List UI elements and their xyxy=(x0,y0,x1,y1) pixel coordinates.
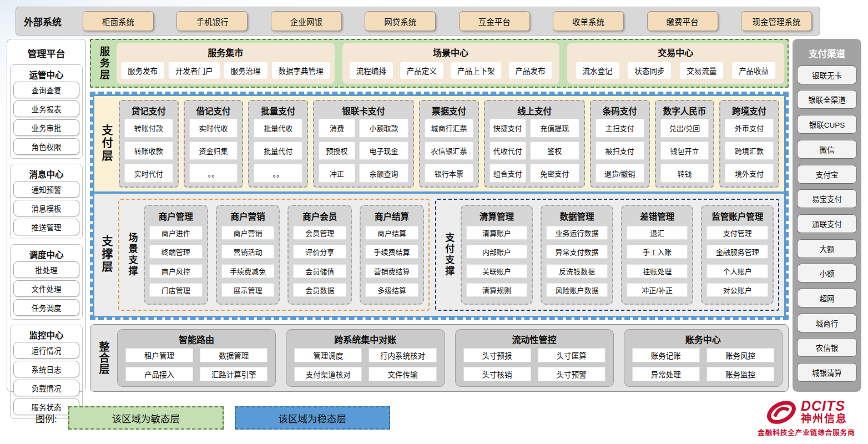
integration-item-button[interactable]: 账务记账 xyxy=(632,348,700,362)
service-item-button[interactable]: 产品上下架 xyxy=(451,62,502,79)
support-item-button[interactable]: 展示管理 xyxy=(221,283,275,297)
support-item-button[interactable]: 会员管理 xyxy=(293,226,346,240)
integration-item-button[interactable]: 支付渠道核对 xyxy=(294,367,362,381)
payment-item-button[interactable]: 余额查询 xyxy=(359,164,408,183)
support-item-button[interactable]: 业务运行数据 xyxy=(546,226,608,240)
management-item-button[interactable]: 运行情况 xyxy=(13,342,79,359)
payment-channel-button[interactable]: 银联全渠道 xyxy=(797,90,857,109)
service-item-button[interactable]: 数据字典管理 xyxy=(272,62,330,79)
payment-item-button[interactable]: 转账付款 xyxy=(124,119,173,138)
management-item-button[interactable]: 文件处理 xyxy=(13,280,79,297)
payment-item-button[interactable]: 冲正 xyxy=(319,164,355,183)
payment-channel-button[interactable]: 银联无卡 xyxy=(797,65,857,84)
management-item-button[interactable]: 批处理 xyxy=(13,261,79,278)
service-item-button[interactable]: 开发者门户 xyxy=(169,62,220,79)
payment-item-button[interactable]: 跨境汇款 xyxy=(725,142,774,160)
management-item-button[interactable]: 系统日志 xyxy=(13,361,79,377)
payment-item-button[interactable]: 主扫支付 xyxy=(596,119,644,138)
payment-item-button[interactable]: 农信银汇票 xyxy=(425,142,473,160)
integration-item-button[interactable]: 汇路计算引擎 xyxy=(200,367,268,381)
service-item-button[interactable]: 产品发布 xyxy=(509,62,552,79)
support-item-button[interactable]: 商户结算 xyxy=(365,226,418,240)
payment-channel-button[interactable]: 银联CUPS xyxy=(797,115,857,134)
support-item-button[interactable]: 清算规则 xyxy=(466,283,528,297)
management-item-button[interactable]: 消息模板 xyxy=(13,200,79,216)
service-item-button[interactable]: 流程编排 xyxy=(350,62,393,79)
payment-channel-button[interactable]: 大额 xyxy=(797,239,857,258)
service-item-button[interactable]: 产品定义 xyxy=(400,62,443,79)
integration-item-button[interactable]: 头寸匡算 xyxy=(538,348,605,362)
payment-item-button[interactable]: 退货/撤销 xyxy=(596,164,644,183)
service-item-button[interactable]: 交易流量 xyxy=(680,62,723,79)
payment-item-button[interactable]: 组合支付 xyxy=(489,164,526,183)
support-item-button[interactable]: 评价分享 xyxy=(293,245,346,259)
support-item-button[interactable]: 冲正/补正 xyxy=(627,283,688,297)
support-item-button[interactable]: 商户进件 xyxy=(149,226,203,240)
external-system-button[interactable]: 手机银行 xyxy=(176,11,248,31)
payment-item-button[interactable]: 银行本票 xyxy=(425,164,473,183)
support-item-button[interactable]: 风险账户数据 xyxy=(546,283,608,297)
integration-item-button[interactable]: 异常处理 xyxy=(632,367,700,381)
payment-channel-button[interactable]: 支付宝 xyxy=(797,165,857,184)
payment-item-button[interactable]: 转账收款 xyxy=(124,142,173,160)
support-item-button[interactable]: 手续费结算 xyxy=(365,245,418,259)
payment-channel-button[interactable]: 小额 xyxy=(797,264,857,282)
support-item-button[interactable]: 营销费结算 xyxy=(365,264,418,278)
integration-item-button[interactable]: 头寸核销 xyxy=(463,367,531,381)
external-system-button[interactable]: 互金平台 xyxy=(459,11,530,31)
support-item-button[interactable]: 金融服务管理 xyxy=(706,245,768,259)
payment-item-button[interactable]: 批量代收 xyxy=(254,119,302,138)
integration-item-button[interactable]: 账务风控 xyxy=(706,348,774,362)
support-item-button[interactable]: 商户营销 xyxy=(221,226,275,240)
management-item-button[interactable]: 角色权限 xyxy=(13,138,79,155)
payment-item-button[interactable]: 代收代付 xyxy=(489,142,526,160)
support-item-button[interactable]: 营销活动 xyxy=(221,245,275,259)
integration-item-button[interactable]: 管理调度 xyxy=(294,348,362,362)
external-system-button[interactable]: 收单系统 xyxy=(553,11,624,31)
payment-item-button[interactable]: 消费 xyxy=(319,119,355,138)
payment-channel-button[interactable]: 城银清算 xyxy=(797,363,857,382)
management-item-button[interactable]: 业务报表 xyxy=(13,100,79,117)
support-item-button[interactable]: 内部账户 xyxy=(466,245,528,259)
support-item-button[interactable]: 终端管理 xyxy=(149,245,203,259)
payment-item-button[interactable]: 兑出/兑回 xyxy=(660,119,709,138)
service-item-button[interactable]: 服务发布 xyxy=(121,62,164,79)
support-item-button[interactable]: 反洗钱数据 xyxy=(546,264,608,278)
payment-item-button[interactable]: 批量代付 xyxy=(254,142,302,160)
support-item-button[interactable]: 挂账处理 xyxy=(627,264,688,278)
service-item-button[interactable]: 产品收益 xyxy=(732,62,775,79)
external-system-button[interactable]: 网贷系统 xyxy=(365,11,436,31)
support-item-button[interactable]: 手工入账 xyxy=(627,245,688,259)
support-item-button[interactable]: 手续费减免 xyxy=(221,264,275,278)
external-system-button[interactable]: 现金管理系统 xyxy=(741,11,812,31)
integration-item-button[interactable]: 产品接入 xyxy=(125,367,193,381)
payment-channel-button[interactable]: 城商行 xyxy=(797,314,857,332)
support-item-button[interactable]: 会员储值 xyxy=(293,264,346,278)
support-item-button[interactable]: 门店管理 xyxy=(149,283,203,297)
management-item-button[interactable]: 任务调度 xyxy=(13,299,79,316)
service-item-button[interactable]: 服务治理 xyxy=(224,62,268,79)
payment-item-button[interactable]: 预授权 xyxy=(319,142,355,160)
support-item-button[interactable]: 个人账户 xyxy=(706,264,768,278)
integration-item-button[interactable]: 文件传输 xyxy=(369,367,436,381)
payment-item-button[interactable]: 。。 xyxy=(254,164,302,183)
support-item-button[interactable]: 对公账户 xyxy=(706,283,768,297)
support-item-button[interactable]: 支付管理 xyxy=(706,226,768,240)
external-system-button[interactable]: 柜面系统 xyxy=(83,11,154,31)
support-item-button[interactable]: 商户风控 xyxy=(149,264,203,278)
payment-item-button[interactable]: 城商行汇票 xyxy=(425,119,473,138)
payment-item-button[interactable]: 境外支付 xyxy=(725,164,774,183)
payment-channel-button[interactable]: 通联支付 xyxy=(797,214,857,233)
integration-item-button[interactable]: 头寸预警 xyxy=(538,367,605,381)
payment-item-button[interactable]: 实时代付 xyxy=(124,164,173,183)
payment-item-button[interactable]: 免密支付 xyxy=(530,164,579,183)
payment-item-button[interactable]: 资金归集 xyxy=(189,142,238,160)
external-system-button[interactable]: 缴费平台 xyxy=(647,11,718,31)
integration-item-button[interactable]: 账务监控 xyxy=(706,367,774,381)
external-system-button[interactable]: 企业网银 xyxy=(271,11,342,31)
management-item-button[interactable]: 推送管理 xyxy=(13,219,79,235)
management-item-button[interactable]: 业务审批 xyxy=(13,119,79,136)
payment-item-button[interactable]: 充值提现 xyxy=(530,119,579,138)
payment-item-button[interactable]: 转钱 xyxy=(660,164,709,183)
payment-item-button[interactable]: 鉴权 xyxy=(530,142,579,160)
